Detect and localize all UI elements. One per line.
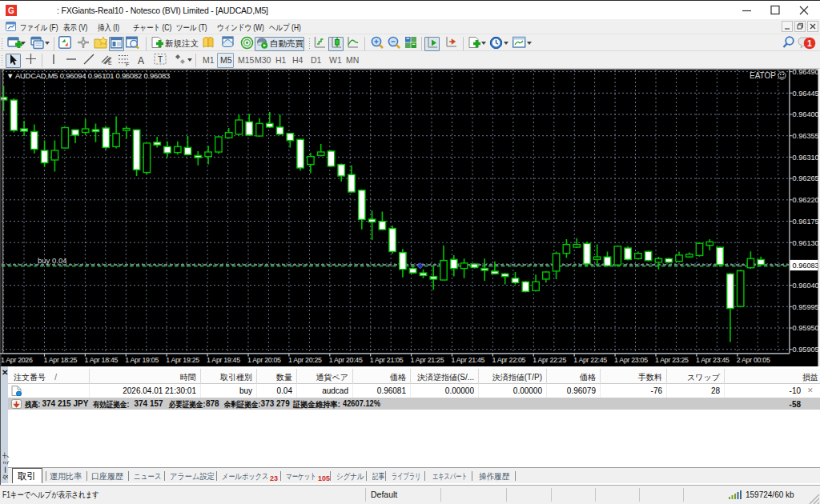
svg-text:buy 0.04: buy 0.04 (38, 256, 66, 265)
svg-text:0.96265: 0.96265 (793, 174, 819, 182)
svg-text:1 Apr 20:45: 1 Apr 20:45 (329, 356, 363, 364)
svg-text:1 Apr 19:05: 1 Apr 19:05 (125, 356, 159, 364)
svg-text:F: F (126, 62, 129, 67)
svg-text:0.95950: 0.95950 (793, 324, 819, 332)
svg-text:1 Apr 23:05: 1 Apr 23:05 (614, 356, 648, 364)
svg-text:G: G (8, 6, 14, 15)
svg-text:0.95905: 0.95905 (793, 346, 819, 354)
svg-text:1 Apr 19:25: 1 Apr 19:25 (166, 356, 199, 364)
svg-text:0.95995: 0.95995 (793, 303, 819, 311)
svg-text:0.96490: 0.96490 (793, 69, 819, 76)
svg-text:1 Apr 20:05: 1 Apr 20:05 (247, 356, 281, 364)
svg-text:2 Apr 00:05: 2 Apr 00:05 (737, 356, 770, 364)
svg-text:0.96445: 0.96445 (793, 90, 819, 98)
svg-text:0.96400: 0.96400 (793, 110, 819, 118)
svg-text:1 Apr 18:45: 1 Apr 18:45 (84, 356, 118, 364)
svg-text:1: 1 (807, 38, 812, 48)
svg-text:1 Apr 19:45: 1 Apr 19:45 (207, 356, 240, 364)
svg-text:0.96083: 0.96083 (793, 262, 819, 270)
svg-text:1 Apr 22:05: 1 Apr 22:05 (492, 356, 525, 364)
svg-text:EATOP: EATOP (750, 71, 776, 80)
svg-text:1 Apr 20:25: 1 Apr 20:25 (288, 356, 322, 364)
svg-text:1 Apr 22:45: 1 Apr 22:45 (573, 356, 607, 364)
svg-text:1 Apr 21:25: 1 Apr 21:25 (411, 356, 444, 364)
svg-text:▼ AUDCAD,M5 0.96094 0.96101 0: ▼ AUDCAD,M5 0.96094 0.96101 0.96082 0.96… (6, 71, 170, 80)
svg-text:1 Apr 23:25: 1 Apr 23:25 (655, 356, 689, 364)
svg-text:1 Apr 23:45: 1 Apr 23:45 (696, 356, 730, 364)
svg-text:0.96355: 0.96355 (793, 132, 819, 140)
svg-text:1 Apr 22:25: 1 Apr 22:25 (533, 356, 566, 364)
svg-text:1 Apr 2026: 1 Apr 2026 (1, 356, 33, 364)
svg-text:0.96175: 0.96175 (793, 218, 819, 226)
svg-text:T: T (158, 55, 163, 64)
svg-text:1 Apr 21:05: 1 Apr 21:05 (370, 356, 404, 364)
svg-text:1 Apr 18:25: 1 Apr 18:25 (44, 356, 78, 364)
svg-text:0.96310: 0.96310 (793, 154, 819, 162)
svg-text:0.96220: 0.96220 (793, 196, 819, 204)
svg-text:0.96130: 0.96130 (793, 239, 819, 247)
svg-text:E: E (108, 60, 112, 66)
svg-text:0.96040: 0.96040 (793, 282, 819, 290)
svg-text:1 Apr 21:45: 1 Apr 21:45 (452, 356, 485, 364)
